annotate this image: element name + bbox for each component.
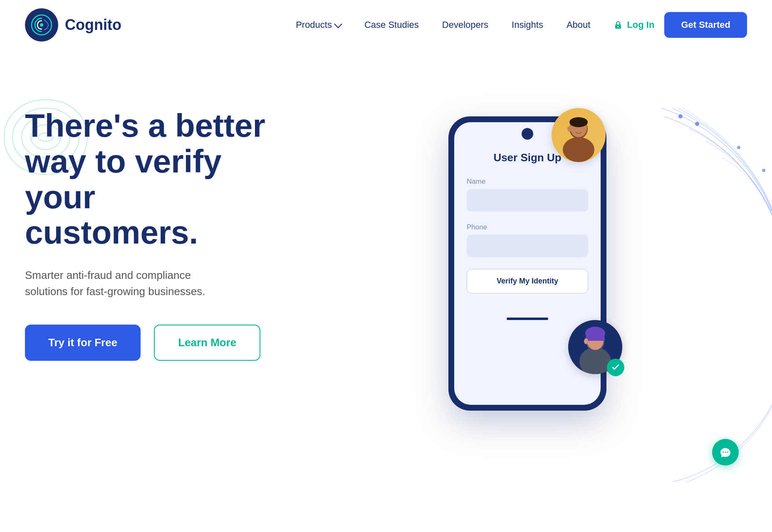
chat-icon xyxy=(719,446,732,459)
hero-section: There's a better way to verify your cust… xyxy=(0,50,772,532)
brand-name: Cognito xyxy=(65,16,121,34)
svg-point-17 xyxy=(579,347,611,374)
svg-point-20 xyxy=(584,338,588,344)
lock-icon xyxy=(614,20,623,30)
phone-label: Phone xyxy=(467,223,588,232)
svg-point-3 xyxy=(618,26,619,27)
hero-heading: There's a better way to verify your cust… xyxy=(25,108,266,251)
nav-actions: Log In Get Started xyxy=(614,12,747,38)
phone-content: User Sign Up Name Phone Verify My Identi… xyxy=(454,143,601,310)
nav-item-about[interactable]: About xyxy=(567,20,591,30)
svg-point-7 xyxy=(762,169,765,172)
check-icon xyxy=(611,362,621,372)
svg-point-1 xyxy=(40,23,43,27)
home-bar-indicator xyxy=(507,318,548,320)
verified-check-badge xyxy=(607,359,624,376)
phone-input-field[interactable] xyxy=(467,235,588,257)
nav-item-developers[interactable]: Developers xyxy=(442,20,488,30)
nav-item-case-studies[interactable]: Case Studies xyxy=(364,20,419,30)
svg-point-15 xyxy=(567,126,572,132)
login-button[interactable]: Log In xyxy=(614,20,654,30)
svg-point-6 xyxy=(737,146,740,149)
insights-link[interactable]: Insights xyxy=(512,20,543,30)
products-link[interactable]: Products xyxy=(296,20,341,30)
name-label: Name xyxy=(467,177,588,186)
chevron-down-icon xyxy=(334,20,342,28)
avatar-top-illustration xyxy=(552,108,606,162)
try-free-button[interactable]: Try it for Free xyxy=(25,325,141,361)
navbar: Cognito Products Case Studies Developers… xyxy=(0,0,772,50)
about-link[interactable]: About xyxy=(567,20,591,30)
hero-right: User Sign Up Name Phone Verify My Identi… xyxy=(266,75,747,490)
svg-point-12 xyxy=(563,137,594,162)
avatar-top xyxy=(552,108,606,162)
developers-link[interactable]: Developers xyxy=(442,20,488,30)
svg-point-21 xyxy=(723,452,724,453)
avatar-bottom-wrapper xyxy=(568,320,622,374)
hero-subtext: Smarter anti-fraud and compliance soluti… xyxy=(25,267,233,300)
hero-left: There's a better way to verify your cust… xyxy=(25,75,266,361)
logo-area: Cognito xyxy=(25,8,121,42)
nav-item-insights[interactable]: Insights xyxy=(512,20,543,30)
svg-point-5 xyxy=(678,114,683,118)
phone-notch xyxy=(522,128,533,140)
svg-point-22 xyxy=(725,452,726,453)
learn-more-button[interactable]: Learn More xyxy=(154,325,260,361)
verify-identity-button[interactable]: Verify My Identity xyxy=(467,269,588,293)
svg-point-23 xyxy=(727,452,728,453)
hero-buttons: Try it for Free Learn More xyxy=(25,325,266,361)
case-studies-link[interactable]: Case Studies xyxy=(364,20,419,30)
nav-links: Products Case Studies Developers Insight… xyxy=(296,20,590,30)
get-started-button[interactable]: Get Started xyxy=(664,12,747,38)
logo-icon xyxy=(25,8,58,42)
name-input-field[interactable] xyxy=(467,189,588,212)
svg-point-4 xyxy=(695,122,699,126)
svg-point-14 xyxy=(569,117,588,127)
chat-bubble[interactable] xyxy=(712,439,739,466)
nav-item-products[interactable]: Products xyxy=(296,20,341,30)
cognito-logo-svg xyxy=(31,14,52,36)
